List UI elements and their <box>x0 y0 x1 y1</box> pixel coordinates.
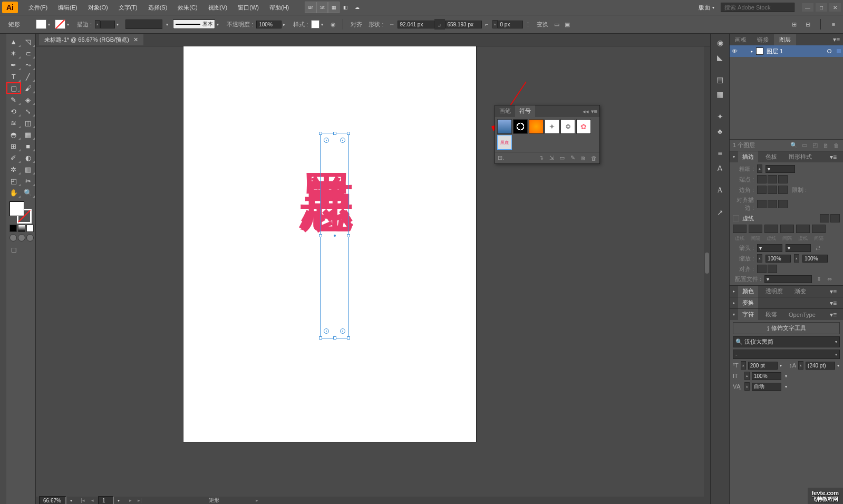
draw-normal-icon[interactable] <box>9 234 17 241</box>
symbol-item[interactable] <box>529 119 544 134</box>
curvature-tool[interactable]: ⤳ <box>21 59 36 71</box>
zoom-level[interactable] <box>39 496 66 505</box>
vscale-input[interactable] <box>752 372 781 380</box>
gap3[interactable] <box>812 225 826 233</box>
menu-file[interactable]: 文件(F) <box>23 0 53 15</box>
character-icon[interactable]: A <box>714 162 726 174</box>
pen-tool[interactable]: ✒ <box>6 59 21 71</box>
menu-select[interactable]: 选择(S) <box>143 0 173 15</box>
font-style-dropdown[interactable]: -▾ <box>733 350 840 359</box>
symbol-item[interactable]: ✦ <box>545 119 559 134</box>
zoom-tool[interactable]: 🔍 <box>21 187 36 198</box>
first-artboard-icon[interactable]: |◂ <box>79 497 86 503</box>
symbol-options-icon[interactable]: ▭ <box>558 154 566 162</box>
leading-dropdown[interactable]: ▾ <box>837 363 839 368</box>
stroke-swatch[interactable] <box>55 20 65 29</box>
graph-tool[interactable]: ▥ <box>21 163 36 175</box>
glyphs-icon[interactable]: A <box>714 185 726 196</box>
selection-bounding-box[interactable] <box>320 133 349 338</box>
lasso-tool[interactable]: ⊂ <box>21 47 36 59</box>
link-wh-icon[interactable]: ⟓ <box>434 19 445 30</box>
cap-round[interactable] <box>768 175 777 183</box>
font-family-dropdown[interactable]: 🔍 汉仪大黑简▾ <box>733 336 840 347</box>
panel-close-icon[interactable]: ▾≡ <box>591 108 597 115</box>
weight-stepper[interactable]: ▴ <box>757 164 762 173</box>
color-tab[interactable]: 颜色 <box>738 286 758 297</box>
stroke-disclosure-icon[interactable]: ▾ <box>733 154 735 159</box>
layer-row[interactable]: 👁 ▸ 图层 1 <box>730 45 843 57</box>
scale-tool[interactable]: ⤡ <box>21 105 36 117</box>
selection-tool[interactable]: ▲ <box>6 36 21 47</box>
menu-view[interactable]: 视图(V) <box>203 0 233 15</box>
menu-type[interactable]: 文字(T) <box>113 0 143 15</box>
font-size-input[interactable] <box>748 362 778 370</box>
next-artboard-icon[interactable]: ▸ <box>127 497 134 503</box>
var-width-dropdown[interactable]: ▾ <box>164 22 170 27</box>
gradient-tab[interactable]: 渐变 <box>790 286 810 297</box>
flip-along-icon[interactable]: ⇔ <box>826 276 833 283</box>
menu-object[interactable]: 对象(O) <box>83 0 113 15</box>
paintbrush-tool[interactable]: 🖌 <box>21 82 35 94</box>
dash-preserve[interactable] <box>820 214 829 222</box>
leading-stepper[interactable]: ▴ <box>798 361 803 370</box>
dash1[interactable] <box>733 225 747 233</box>
color-menu-icon[interactable]: ▾≡ <box>830 288 840 295</box>
fill-stroke-proxy[interactable] <box>9 201 31 222</box>
gradient-tool[interactable]: ■ <box>21 140 36 152</box>
line-tool[interactable]: ╱ <box>21 71 36 82</box>
mesh-tool[interactable]: ⊞ <box>6 140 21 152</box>
symbol-item[interactable]: ✿ <box>576 119 591 134</box>
export-icon[interactable]: ↗ <box>714 207 726 218</box>
shape-label[interactable]: 形状 : <box>369 21 383 28</box>
menu-help[interactable]: 帮助(H) <box>264 0 294 15</box>
transform-tab[interactable]: 变换 <box>738 297 758 308</box>
links-tab[interactable]: 链接 <box>752 34 774 45</box>
target-icon[interactable] <box>827 49 831 53</box>
visibility-icon[interactable]: 👁 <box>732 48 739 54</box>
eyedropper-tool[interactable]: ✐ <box>6 152 21 163</box>
color-disclosure-icon[interactable]: ▸ <box>733 289 735 294</box>
cap-projecting[interactable] <box>778 175 788 183</box>
symbol-libraries-icon[interactable]: ⊞. <box>497 154 505 162</box>
blend-tool[interactable]: ◐ <box>21 152 36 163</box>
layer-name[interactable]: 图层 1 <box>767 47 783 55</box>
break-link-icon[interactable]: ⇲ <box>548 154 555 162</box>
gap2[interactable] <box>780 225 794 233</box>
corner-link-icon[interactable]: ⋮ <box>523 19 534 30</box>
stroke-tab[interactable]: 描边 <box>738 151 758 162</box>
corner-radius-input[interactable] <box>498 21 523 28</box>
direct-selection-tool[interactable]: ◹ <box>21 36 36 47</box>
arrow-end[interactable]: ▾ <box>786 244 811 252</box>
artboards-tab[interactable]: 画板 <box>730 34 752 45</box>
edit-symbol-icon[interactable]: ✎ <box>569 154 576 162</box>
isolate-icon[interactable]: ▭ <box>551 19 562 30</box>
graphic-styles-tab[interactable]: 图形样式 <box>784 151 816 162</box>
character-tab[interactable]: 字符 <box>738 309 758 320</box>
bridge-icon[interactable]: Br <box>305 2 316 13</box>
window-close[interactable]: ✕ <box>829 3 841 12</box>
rectangle-tool[interactable]: ▢ <box>6 82 21 94</box>
perspective-tool[interactable]: ▦ <box>21 129 36 140</box>
arrow-scale1-input[interactable]: 100% <box>766 255 791 263</box>
menu-window[interactable]: 窗口(W) <box>232 0 264 15</box>
window-maximize[interactable]: □ <box>816 3 827 12</box>
delete-layer-icon[interactable]: 🗑 <box>832 142 840 149</box>
locate-object-icon[interactable]: 🔍 <box>790 142 798 149</box>
make-clip-icon[interactable]: ▭ <box>801 142 808 149</box>
transform-label[interactable]: 变换 <box>537 21 548 28</box>
layers-tab[interactable]: 图层 <box>774 34 796 45</box>
paragraph-tab[interactable]: 段落 <box>761 309 781 320</box>
transform-menu-icon[interactable]: ▾≡ <box>830 299 840 307</box>
symbol-item-selected[interactable]: 黑鹿 <box>497 135 512 150</box>
window-minimize[interactable]: — <box>802 3 813 12</box>
color-guide-icon[interactable]: ◣ <box>714 52 726 63</box>
stroke-weight-up[interactable]: ▴ <box>95 20 100 28</box>
vscale-dropdown[interactable]: ▾ <box>783 374 789 379</box>
opacity-input[interactable] <box>256 21 282 28</box>
vscale-stepper[interactable]: ▴ <box>744 372 750 380</box>
search-adobe-stock[interactable] <box>721 3 794 12</box>
arrow-scale2-input[interactable]: 100% <box>802 255 828 263</box>
screen-mode-icon[interactable]: ◻ <box>6 244 21 255</box>
brushes-icon[interactable]: ▦ <box>714 89 726 100</box>
stroke-icon[interactable]: ≡ <box>714 148 726 159</box>
